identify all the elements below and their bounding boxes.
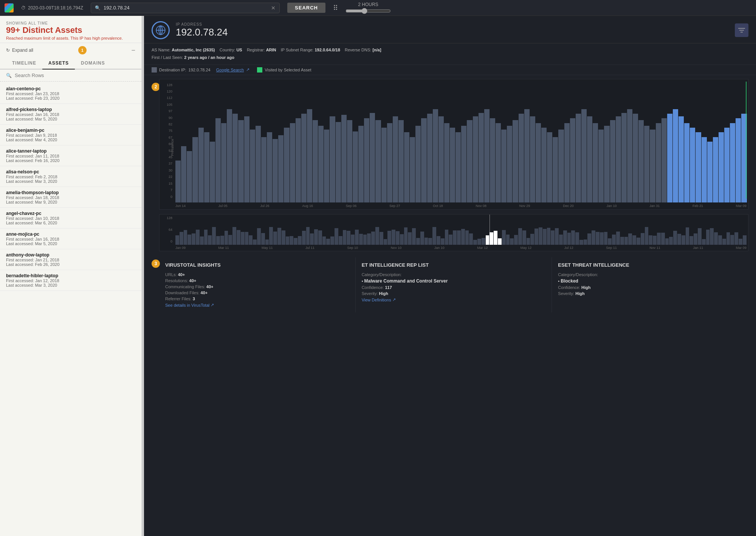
- country-label: Country:: [220, 48, 235, 52]
- topbar-search-area[interactable]: 🔍 ✕: [91, 3, 280, 13]
- chart-bar: [192, 137, 198, 202]
- list-item[interactable]: alfred-pickens-laptop First accessed: Ja…: [0, 104, 141, 125]
- legend-row: Destination IP: 192.0.78.24 Google Searc…: [144, 65, 756, 75]
- registrar-value: ARIN: [266, 48, 276, 52]
- list-item[interactable]: bernadette-hibler-laptop First accessed:…: [0, 270, 141, 291]
- list-item[interactable]: angel-chavez-pc First accessed: Jan 10, …: [0, 208, 141, 229]
- chart-bar: [364, 118, 369, 202]
- collapse-button[interactable]: −: [131, 47, 135, 54]
- virustotal-link[interactable]: See details in VirusTotal ↗: [165, 303, 214, 307]
- chart-bar: [707, 142, 713, 202]
- main-chart-bars: [174, 82, 748, 202]
- green-line: [746, 82, 747, 199]
- legend-visited-box: [257, 67, 262, 73]
- view-definitions-link[interactable]: View Definitions ↗: [362, 297, 396, 302]
- topbar-search-input[interactable]: [104, 5, 268, 11]
- chart-bar: [284, 128, 289, 202]
- legend-dest-box: [152, 67, 157, 73]
- chart-bar: [558, 130, 564, 202]
- chart-bar: [593, 123, 598, 202]
- search-button[interactable]: SEARCH: [287, 3, 325, 13]
- legend-visited: Visited by Selected Asset: [257, 67, 311, 73]
- chart-bar: [336, 122, 341, 202]
- chart-bar: [353, 131, 358, 202]
- mini-bar: [506, 235, 510, 244]
- left-header: SHOWING ALL TIME 99+ Distinct Assets Rea…: [0, 16, 141, 43]
- chart-bar: [278, 135, 284, 202]
- list-item[interactable]: alice-tanner-laptop First accessed: Jan …: [0, 145, 141, 166]
- list-item[interactable]: amelia-thompson-laptop First accessed: J…: [0, 187, 141, 208]
- mini-bar: [445, 230, 449, 245]
- mini-bar: [322, 236, 326, 244]
- subnet-label: IP Subnet Range:: [281, 48, 314, 52]
- et-confidence: Confidence: 117: [362, 285, 546, 290]
- list-item[interactable]: anne-mojica-pc First accessed: Jan 16, 2…: [0, 229, 141, 249]
- eset-cat-label: Category/Description:: [558, 272, 742, 277]
- time-range-slider[interactable]: [345, 8, 391, 14]
- list-item[interactable]: alan-centeno-pc First accessed: Jan 23, …: [0, 83, 141, 104]
- chart-bar: [444, 123, 449, 202]
- clear-search-icon[interactable]: ✕: [271, 5, 276, 11]
- mini-bar: [387, 231, 391, 245]
- tabs: TIMELINE ASSETS DOMAINS: [0, 57, 141, 70]
- mini-bar: [600, 232, 604, 244]
- chart-bar: [433, 109, 438, 202]
- mini-bar: [551, 230, 555, 244]
- chart-bar: [347, 120, 352, 202]
- mini-bar: [686, 227, 689, 244]
- mini-bar: [208, 235, 212, 245]
- mini-bar: [657, 233, 661, 245]
- chart-bar: [627, 109, 632, 202]
- et-severity: Severity: High: [362, 291, 546, 296]
- list-item[interactable]: anthony-dow-laptop First accessed: Jan 2…: [0, 249, 141, 270]
- rdns-value: [n/a]: [372, 48, 381, 52]
- chart-bar: [450, 128, 455, 202]
- tab-domains[interactable]: DOMAINS: [75, 57, 111, 70]
- mini-bar: [718, 235, 722, 245]
- tab-assets[interactable]: ASSETS: [42, 57, 75, 70]
- filter-button[interactable]: [735, 23, 748, 37]
- chart-bar: [215, 118, 221, 202]
- mini-bar: [534, 229, 538, 245]
- mini-bar: [649, 235, 652, 245]
- mini-bar: [347, 231, 350, 244]
- mini-bar: [490, 232, 493, 245]
- expand-all-button[interactable]: ↻ Expand all: [6, 48, 33, 53]
- chart-bar: [684, 123, 689, 202]
- chart-bar: [524, 109, 530, 202]
- google-search-link[interactable]: Google Search: [216, 68, 244, 72]
- eset-col: ESET THREAT INTELLIGENCE Category/Descri…: [552, 257, 748, 312]
- as-name-value: Automattic, Inc (2635): [172, 48, 215, 52]
- mini-bar: [359, 234, 363, 245]
- mini-bar: [257, 228, 261, 245]
- chart-bar: [621, 113, 627, 202]
- chart-bar: [244, 116, 249, 202]
- search-rows-input[interactable]: [15, 73, 135, 78]
- search-rows-area[interactable]: 🔍: [0, 70, 141, 82]
- mini-bar: [702, 239, 706, 244]
- list-item[interactable]: alice-benjamin-pc First accessed: Jan 9,…: [0, 125, 141, 145]
- distinct-assets: 99+ Distinct Assets: [6, 25, 135, 35]
- mini-chart-cursor: [490, 215, 490, 243]
- chart-bar: [393, 116, 398, 202]
- tab-timeline[interactable]: TIMELINE: [6, 57, 42, 70]
- mini-bar: [739, 239, 742, 244]
- chart-bar: [553, 137, 558, 202]
- chart-bar: [719, 132, 724, 202]
- mini-bar: [212, 227, 216, 245]
- mini-bar: [367, 233, 371, 244]
- mini-bar: [571, 230, 575, 244]
- mini-bar: [428, 238, 432, 245]
- mini-bar: [473, 240, 477, 245]
- mini-chart-x-labels: Jan 09Mar 11May 11Jul 11Sep 10Nov 10Jan …: [174, 245, 748, 251]
- mini-bar: [314, 229, 318, 245]
- registrar-label: Registrar:: [247, 48, 265, 52]
- topbar: ⏱ 2020-03-09T18:18:16.794Z 🔍 ✕ SEARCH ⠿ …: [0, 0, 756, 16]
- mini-bar: [453, 230, 457, 245]
- legend-dest: Destination IP: 192.0.78.24 Google Searc…: [152, 67, 249, 73]
- grid-icon[interactable]: ⠿: [333, 4, 338, 12]
- mini-bar: [632, 235, 636, 244]
- list-item[interactable]: alisa-nelson-pc First accessed: Feb 2, 2…: [0, 166, 141, 187]
- mini-bar: [669, 237, 673, 244]
- mini-bar: [465, 230, 469, 244]
